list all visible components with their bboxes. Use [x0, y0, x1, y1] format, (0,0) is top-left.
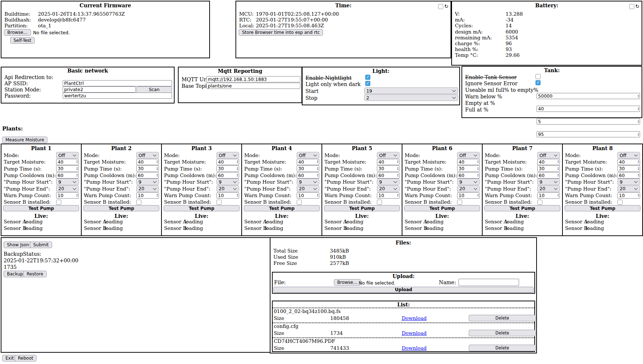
- target-moisture-input[interactable]: ▴▾: [56, 159, 79, 165]
- pump-cooldown-input[interactable]: ▴▾: [617, 172, 640, 179]
- spinner-icon[interactable]: ▴▾: [77, 172, 78, 179]
- password-input[interactable]: [63, 93, 172, 99]
- ap-ssid-input[interactable]: [63, 80, 172, 86]
- sensor-b-installed-checkbox[interactable]: [537, 200, 542, 205]
- spinner-icon[interactable]: ▴▾: [638, 131, 639, 137]
- tank-useable-input[interactable]: ▴▾: [537, 93, 640, 99]
- pump-cooldown-input[interactable]: ▴▾: [377, 172, 400, 179]
- spinner-icon[interactable]: ▴▾: [317, 172, 318, 179]
- pump-time-input[interactable]: ▴▾: [617, 165, 640, 172]
- pump-hour-end-select[interactable]: 20: [537, 185, 560, 192]
- spinner-icon[interactable]: ▴▾: [638, 172, 639, 179]
- warn-pump-count-input[interactable]: ▴▾: [136, 192, 159, 199]
- pump-hour-end-select[interactable]: 20: [217, 185, 239, 192]
- pump-time-input[interactable]: ▴▾: [297, 165, 319, 172]
- submit-button[interactable]: Submit: [30, 242, 52, 248]
- firmware-browse-button[interactable]: Browse…: [4, 29, 31, 36]
- mode-select[interactable]: Off: [617, 152, 640, 158]
- spinner-icon[interactable]: ▴▾: [77, 192, 78, 199]
- spinner-icon[interactable]: ▴▾: [397, 159, 398, 165]
- target-moisture-input[interactable]: ▴▾: [457, 159, 480, 165]
- mode-select[interactable]: Off: [377, 152, 400, 158]
- sensor-b-installed-checkbox[interactable]: [56, 200, 61, 205]
- test-pump-button[interactable]: Test Pump: [244, 205, 320, 211]
- reboot-button[interactable]: Reboot: [15, 355, 36, 361]
- backup-button[interactable]: Backup: [4, 271, 26, 277]
- pump-hour-end-select[interactable]: 20: [297, 185, 319, 192]
- pump-cooldown-input[interactable]: ▴▾: [537, 172, 560, 179]
- pump-hour-start-select[interactable]: 9: [537, 179, 560, 185]
- test-pump-button[interactable]: Test Pump: [324, 205, 400, 211]
- spinner-icon[interactable]: ▴▾: [558, 172, 559, 179]
- upload-button[interactable]: Upload: [273, 287, 534, 293]
- sensor-b-installed-checkbox[interactable]: [377, 200, 382, 205]
- pump-time-input[interactable]: ▴▾: [457, 165, 480, 172]
- spinner-icon[interactable]: ▴▾: [478, 165, 479, 172]
- pump-time-input[interactable]: ▴▾: [377, 165, 400, 172]
- delete-button[interactable]: Delete: [469, 330, 536, 336]
- pump-time-input[interactable]: ▴▾: [537, 165, 560, 172]
- warn-pump-count-input[interactable]: ▴▾: [457, 192, 480, 199]
- target-moisture-input[interactable]: ▴▾: [297, 159, 319, 165]
- sensor-b-installed-checkbox[interactable]: [617, 200, 623, 205]
- test-pump-button[interactable]: Test Pump: [164, 205, 239, 211]
- upload-browse-button[interactable]: Browse…: [334, 279, 361, 286]
- download-link[interactable]: Download: [402, 330, 426, 336]
- pump-cooldown-input[interactable]: ▴▾: [457, 172, 480, 179]
- store-time-button[interactable]: Store Browser time into esp and rtc: [239, 29, 323, 36]
- spinner-icon[interactable]: ▴▾: [478, 159, 479, 165]
- spinner-icon[interactable]: ▴▾: [397, 192, 398, 199]
- spinner-icon[interactable]: ▴▾: [157, 192, 158, 199]
- spinner-icon[interactable]: ▴▾: [157, 159, 158, 165]
- spinner-icon[interactable]: ▴▾: [237, 192, 238, 199]
- spinner-icon[interactable]: ▴▾: [237, 172, 238, 179]
- refresh-icon[interactable]: ↻: [444, 4, 448, 9]
- pump-cooldown-input[interactable]: ▴▾: [297, 172, 319, 179]
- spinner-icon[interactable]: ▴▾: [638, 93, 639, 99]
- spinner-icon[interactable]: ▴▾: [638, 106, 639, 112]
- pump-hour-start-select[interactable]: 9: [217, 179, 239, 185]
- download-link[interactable]: Download: [402, 315, 426, 321]
- mode-select[interactable]: Off: [56, 152, 79, 158]
- spinner-icon[interactable]: ▴▾: [558, 159, 559, 165]
- spinner-icon[interactable]: ▴▾: [237, 159, 238, 165]
- sensor-b-installed-checkbox[interactable]: [217, 200, 222, 205]
- tank-full-input[interactable]: ▴▾: [537, 131, 640, 137]
- test-pump-button[interactable]: Test Pump: [83, 205, 159, 211]
- test-pump-button[interactable]: Test Pump: [484, 205, 560, 211]
- spinner-icon[interactable]: ▴▾: [77, 159, 78, 165]
- pump-cooldown-input[interactable]: ▴▾: [56, 172, 79, 179]
- pump-hour-start-select[interactable]: 9: [56, 179, 79, 185]
- spinner-icon[interactable]: ▴▾: [317, 192, 318, 199]
- spinner-icon[interactable]: ▴▾: [638, 192, 639, 199]
- warn-pump-count-input[interactable]: ▴▾: [617, 192, 640, 199]
- target-moisture-input[interactable]: ▴▾: [617, 159, 640, 165]
- scan-button[interactable]: Scan: [136, 86, 172, 93]
- sensor-b-installed-checkbox[interactable]: [136, 200, 141, 205]
- spinner-icon[interactable]: ▴▾: [157, 165, 158, 172]
- battery-refresh-checkbox[interactable]: [629, 4, 634, 9]
- warn-pump-count-input[interactable]: ▴▾: [377, 192, 400, 199]
- spinner-icon[interactable]: ▴▾: [237, 165, 238, 172]
- pump-hour-start-select[interactable]: 9: [377, 179, 400, 185]
- pump-cooldown-input[interactable]: ▴▾: [136, 172, 159, 179]
- mode-select[interactable]: Off: [136, 152, 159, 158]
- pump-hour-end-select[interactable]: 20: [617, 185, 640, 192]
- spinner-icon[interactable]: ▴▾: [638, 159, 639, 165]
- pump-hour-end-select[interactable]: 20: [377, 185, 400, 192]
- spinner-icon[interactable]: ▴▾: [77, 165, 78, 172]
- target-moisture-input[interactable]: ▴▾: [136, 159, 159, 165]
- pump-hour-start-select[interactable]: 9: [617, 179, 640, 185]
- sensor-b-installed-checkbox[interactable]: [297, 200, 302, 205]
- pump-time-input[interactable]: ▴▾: [217, 165, 239, 172]
- mode-select[interactable]: Off: [537, 152, 560, 158]
- spinner-icon[interactable]: ▴▾: [558, 192, 559, 199]
- pump-hour-start-select[interactable]: 9: [457, 179, 480, 185]
- pump-hour-end-select[interactable]: 20: [56, 185, 79, 192]
- spinner-icon[interactable]: ▴▾: [478, 192, 479, 199]
- upload-name-input[interactable]: [459, 279, 519, 286]
- delete-button[interactable]: Delete: [469, 315, 536, 321]
- warn-pump-count-input[interactable]: ▴▾: [297, 192, 319, 199]
- spinner-icon[interactable]: ▴▾: [397, 165, 398, 172]
- test-pump-button[interactable]: Test Pump: [404, 205, 480, 211]
